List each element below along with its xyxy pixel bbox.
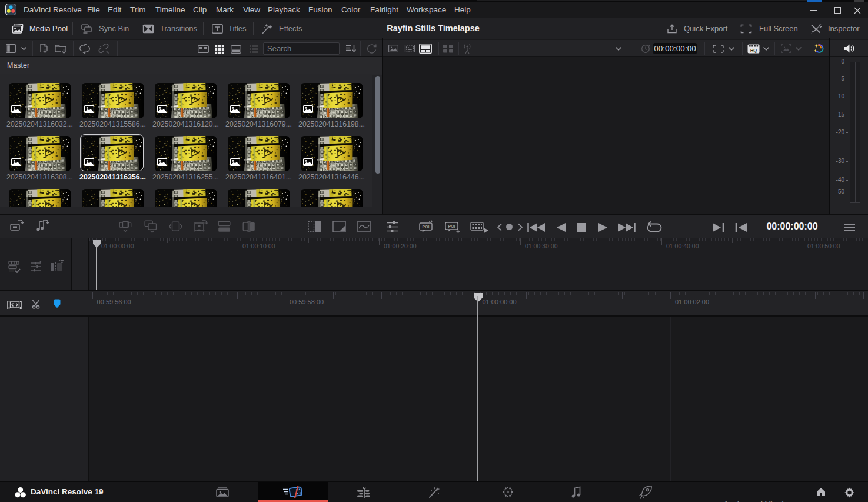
svg-text:HQ: HQ xyxy=(750,48,757,53)
svg-text:POI: POI xyxy=(448,224,455,228)
svg-text:POI: POI xyxy=(422,225,429,229)
